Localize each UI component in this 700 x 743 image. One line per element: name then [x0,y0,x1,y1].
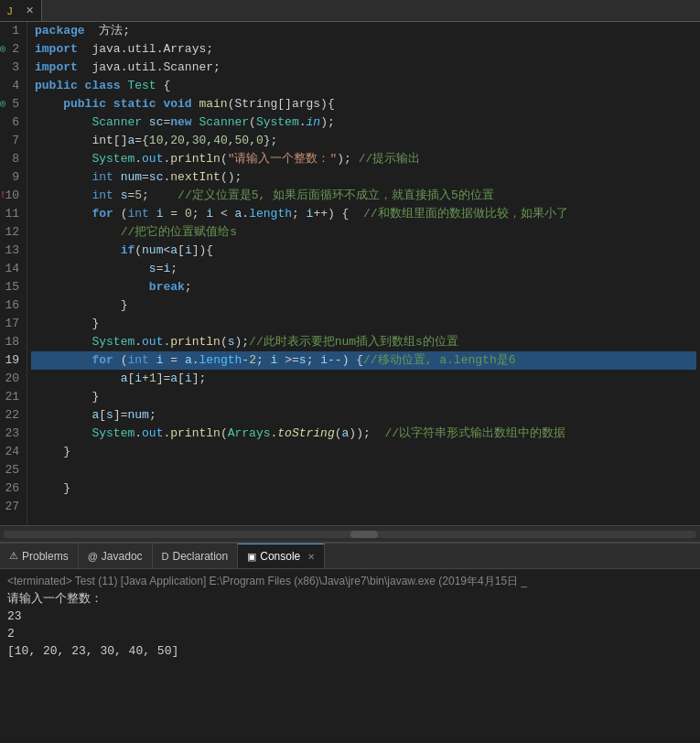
code-line-25 [31,461,696,479]
code-line-12: //把它的位置赋值给s [31,223,696,242]
code-line-26: } [31,479,696,498]
line-number-20: 20 [4,370,19,388]
line-number-23: 23 [4,425,19,443]
javadoc-tab-label: Javadoc [102,550,143,563]
console-output-line-2: 2 [7,625,693,642]
code-line-5: public static void main(String[]args){ [31,95,696,113]
line-number-22: 22 [4,406,19,425]
code-line-10: int s=5; //定义位置是5, 如果后面循环不成立，就直接插入5的位置 [31,187,696,205]
bottom-tab-problems[interactable]: ⚠Problems [0,544,79,568]
console-tab-icon: ▣ [247,551,256,563]
scrollbar-track[interactable] [4,531,696,538]
code-line-15: break; [31,278,696,296]
code-line-22: a[s]=num; [31,406,696,425]
line-number-24: 24 [4,443,19,461]
line-number-27: 27 [4,498,19,516]
line-number-25: 25 [4,461,19,479]
console-tab-close[interactable]: ✕ [307,552,315,562]
error-marker: ! [0,187,5,205]
line-number-18: 18 [4,333,19,351]
code-line-8: System.out.println("请输入一个整数："); //提示输出 [31,150,696,168]
tab-bar: J ✕ [0,0,700,22]
bottom-tab-declaration[interactable]: DDeclaration [153,544,239,568]
problems-tab-label: Problems [22,550,69,563]
console-output-line-3: [10, 20, 23, 30, 40, 50] [7,642,693,660]
code-line-19: for (int i = a.length-2; i >=s; i--) {//… [31,351,696,370]
code-line-18: System.out.println(s);//此时表示要把num插入到数组s的… [31,333,696,351]
line-number-17: 17 [4,315,19,333]
code-line-3: import java.util.Scanner; [31,59,696,77]
declaration-tab-icon: D [162,551,169,562]
line-number-2: 2◎ [4,40,19,59]
line-number-3: 3 [4,59,19,77]
code-line-17: } [31,315,696,333]
scrollbar-thumb[interactable] [350,531,378,538]
console-output-line-0: 请输入一个整数： [7,590,693,608]
line-number-14: 14 [4,260,19,278]
code-line-21: } [31,388,696,406]
line-number-6: 6 [4,113,19,132]
code-line-2: import java.util.Arrays; [31,40,696,59]
line-number-7: 7 [4,132,19,150]
code-line-16: } [31,296,696,315]
bottom-tabs: ⚠Problems@JavadocDDeclaration▣Console✕ [0,544,700,569]
line-number-11: 11 [4,205,19,223]
code-lines: package 方法;import java.util.Arrays;impor… [27,22,700,525]
line-number-19: 19 [4,351,19,370]
breakpoint-marker: ◎ [0,40,5,59]
line-numbers: 12◎345◎678910!11121314151617181920212223… [0,22,27,525]
console-output-line-1: 23 [7,608,693,625]
line-number-1: 1 [4,22,19,40]
code-line-24: } [31,443,696,461]
editor-area: 12◎345◎678910!11121314151617181920212223… [0,22,700,542]
file-tab[interactable]: J ✕ [0,0,42,21]
line-number-9: 9 [4,168,19,187]
bottom-tab-javadoc[interactable]: @Javadoc [79,544,153,568]
code-line-13: if(num<a[i]){ [31,242,696,260]
problems-tab-icon: ⚠ [9,550,18,562]
line-number-12: 12 [4,223,19,242]
line-number-5: 5◎ [4,95,19,113]
code-line-27 [31,498,696,516]
close-icon[interactable]: ✕ [26,5,34,16]
line-number-4: 4 [4,77,19,95]
file-icon: J [7,5,13,16]
code-line-1: package 方法; [31,22,696,40]
line-number-8: 8 [4,150,19,168]
bottom-panel: ⚠Problems@JavadocDDeclaration▣Console✕ <… [0,542,700,743]
line-number-21: 21 [4,388,19,406]
code-line-9: int num=sc.nextInt(); [31,168,696,187]
breakpoint-marker: ◎ [0,95,5,113]
declaration-tab-label: Declaration [173,550,229,563]
code-container[interactable]: 12◎345◎678910!11121314151617181920212223… [0,22,700,525]
code-line-6: Scanner sc=new Scanner(System.in); [31,113,696,132]
code-line-4: public class Test { [31,77,696,95]
code-line-23: System.out.println(Arrays.toString(a)); … [31,425,696,443]
line-number-15: 15 [4,278,19,296]
line-number-16: 16 [4,296,19,315]
code-line-20: a[i+1]=a[i]; [31,370,696,388]
code-line-7: int[]a={10,20,30,40,50,0}; [31,132,696,150]
console-content[interactable]: <terminated> Test (11) [Java Application… [0,569,700,743]
scroll-area[interactable] [0,525,700,542]
code-line-14: s=i; [31,260,696,278]
line-number-10: 10! [4,187,19,205]
console-tab-label: Console [260,550,300,563]
javadoc-tab-icon: @ [88,551,98,562]
line-number-26: 26 [4,479,19,498]
code-line-11: for (int i = 0; i < a.length; i++) { //和… [31,205,696,223]
line-number-13: 13 [4,242,19,260]
bottom-tab-console[interactable]: ▣Console✕ [238,544,325,568]
console-terminated-line: <terminated> Test (11) [Java Application… [7,573,693,590]
